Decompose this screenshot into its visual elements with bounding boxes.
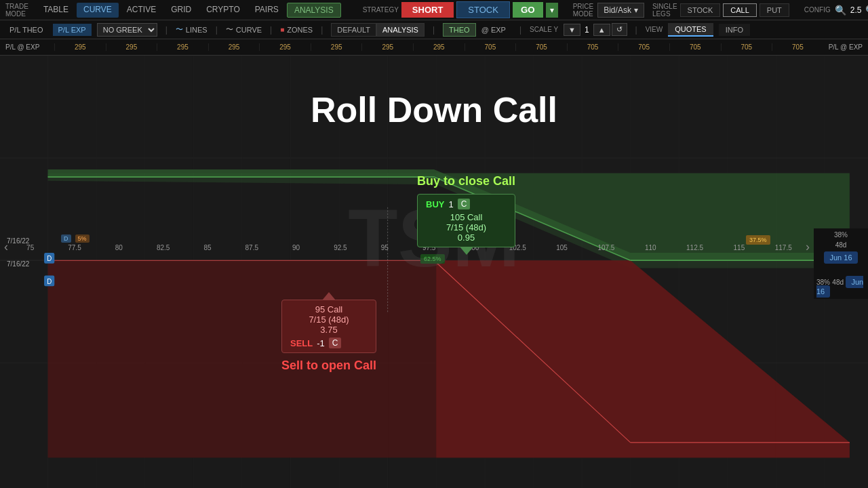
svg-text:D: D	[47, 278, 52, 285]
pl-val-10: 705	[567, 43, 618, 51]
ax-lbl-17: 117.5	[762, 244, 806, 251]
tab-active[interactable]: ACTIVE	[120, 3, 163, 18]
ax-lbl-13: 107.5	[584, 244, 628, 251]
pl-val-3: 295	[208, 43, 260, 51]
theo-button[interactable]: THEO	[443, 23, 476, 37]
next-arrow[interactable]: ›	[806, 240, 810, 254]
go-button[interactable]: GO	[513, 2, 543, 18]
scale-controls: ▼ 1 ▲ ↺	[564, 23, 627, 36]
scale-up-button[interactable]: ▲	[593, 24, 610, 36]
ax-lbl-7: 92.5	[318, 244, 362, 251]
buy-callout: Buy to close Call BUY 1 C 105 Call 7/15 …	[417, 174, 515, 247]
sell-c-badge: C	[329, 338, 342, 348]
zones-icon: ■	[280, 26, 284, 33]
single-legs-label: SINGLE LEGS	[652, 3, 677, 18]
pl-val-12: 705	[669, 43, 721, 51]
strategy-stock[interactable]: STOCK	[456, 1, 510, 18]
scale-down-button[interactable]: ▼	[564, 24, 580, 36]
strategy-label: STRATEGY	[363, 6, 399, 14]
buy-label: BUY	[426, 199, 444, 209]
pct-overlay-3: 62.5%	[420, 254, 445, 264]
single-legs-section: SINGLE LEGS STOCK CALL PUT	[652, 3, 789, 18]
pl-val-11: 705	[618, 43, 669, 51]
lines-icon: 〜	[176, 24, 183, 35]
leg-call-button[interactable]: CALL	[723, 3, 757, 17]
pl-val-14: 705	[772, 43, 823, 51]
ax-lbl-16: 115	[717, 244, 761, 251]
curve-group: 〜 CURVE	[226, 24, 262, 35]
sell-details-2: 7/15 (48d)	[290, 314, 368, 325]
theo-exp-group: THEO @ EXP	[443, 23, 511, 37]
tab-curve[interactable]: CURVE	[77, 3, 119, 18]
strategy-short[interactable]: SHORT	[401, 2, 454, 18]
chart-container: D D TSM Roll Down Call 7/16/22 7/16/22 D…	[0, 56, 868, 488]
bid-ask-selector[interactable]: Bid/Ask ▾	[597, 3, 644, 18]
buy-to-close-label: Buy to close Call	[417, 174, 515, 188]
default-analysis-group: DEFAULT ANALYSIS	[331, 23, 425, 37]
price-mode-section: PRICE MODE Bid/Ask ▾	[573, 3, 644, 18]
at-exp-button[interactable]: @ EXP	[476, 24, 511, 36]
scale-value: 1	[582, 25, 592, 35]
sell-number: -1	[317, 338, 325, 348]
buy-details-2: 7/15 (48d)	[426, 222, 507, 232]
sell-label: SELL	[290, 338, 313, 348]
sell-box: 95 Call 7/15 (48d) 3.75 SELL -1 C	[281, 300, 376, 353]
scale-y-label: SCALE Y	[530, 26, 558, 33]
pl-values: 295 295 295 295 295 295 295 295 705 705 …	[54, 43, 823, 51]
sell-callout: 95 Call 7/15 (48d) 3.75 SELL -1 C Sell t…	[281, 300, 376, 373]
view-label: VIEW	[646, 26, 663, 33]
go-dropdown[interactable]: ▾	[546, 3, 558, 18]
lines-group: 〜 LINES	[176, 24, 208, 35]
no-greek-select[interactable]: NO GREEK	[97, 23, 157, 37]
tab-grid[interactable]: GRID	[164, 3, 198, 18]
analysis-button[interactable]: ANALYSIS	[376, 23, 425, 37]
default-button[interactable]: DEFAULT	[331, 23, 376, 37]
ax-lbl-8: 95	[363, 244, 407, 251]
ax-lbl-12: 105	[540, 244, 584, 251]
pl-val-1: 295	[106, 43, 157, 51]
second-bar: P/L THEO P/L EXP NO GREEK | 〜 LINES | 〜 …	[0, 20, 868, 39]
ax-lbl-2: 80	[97, 244, 141, 251]
leg-put-button[interactable]: PUT	[760, 3, 789, 17]
buy-details-1: 105 Call	[426, 212, 507, 222]
config-label: CONFIG	[804, 6, 831, 14]
chart-main: D D TSM Roll Down Call 7/16/22 7/16/22 D…	[0, 56, 868, 488]
strategy-section: STRATEGY SHORT STOCK GO ▾	[363, 1, 558, 18]
tab-table[interactable]: TABLE	[37, 3, 75, 18]
curve-label: CURVE	[236, 26, 262, 34]
view-info-button[interactable]: INFO	[719, 24, 750, 36]
right-info-panel: 38% 48d Jun 16 38% 48d Jun 16	[814, 228, 868, 299]
chart-svg: D D	[0, 56, 868, 488]
scale-reset-button[interactable]: ↺	[612, 23, 627, 36]
buy-c-badge: C	[458, 199, 471, 209]
zoom-out-icon[interactable]: 🔍	[865, 5, 868, 16]
config-number: 2.5	[850, 5, 862, 15]
config-section: CONFIG 🔍 2.5 🔍 ▼ ⚙	[797, 5, 868, 16]
buy-box: BUY 1 C 105 Call 7/15 (48d) 0.95	[417, 194, 515, 247]
pct-badge-5: 5%	[75, 235, 90, 243]
sell-box-arrow	[322, 292, 336, 300]
buy-header: BUY 1 C	[426, 199, 507, 209]
buy-box-arrow	[460, 247, 473, 255]
ax-lbl-4: 85	[185, 244, 229, 251]
pl-val-0: 295	[54, 43, 106, 51]
ax-lbl-14: 110	[629, 244, 673, 251]
tab-pairs[interactable]: PAIRS	[248, 3, 285, 18]
tab-analysis[interactable]: ANALYSIS	[287, 3, 341, 18]
zoom-in-icon[interactable]: 🔍	[835, 5, 846, 16]
leg-stock-button[interactable]: STOCK	[680, 3, 721, 17]
pl-exp-label-row: P/L @ EXP	[0, 43, 54, 51]
pl-val-7: 295	[413, 43, 465, 51]
prev-arrow[interactable]: ‹	[4, 240, 8, 254]
lines-label: LINES	[186, 26, 208, 34]
right-days-2: 48d	[832, 279, 844, 286]
pl-theo-label[interactable]: P/L THEO	[5, 24, 47, 36]
view-quotes-button[interactable]: QUOTES	[668, 23, 713, 37]
sell-details-1: 95 Call	[290, 304, 368, 314]
curve-icon: 〜	[226, 24, 233, 35]
top-bar: TRADE MODE TABLE CURVE ACTIVE GRID CRYPT…	[0, 0, 868, 20]
tab-crypto[interactable]: CRYPTO	[199, 3, 247, 18]
pl-exp-label[interactable]: P/L EXP	[53, 24, 92, 36]
sell-footer: SELL -1 C	[290, 338, 368, 348]
right-date-badge-1[interactable]: Jun 16	[824, 251, 857, 264]
